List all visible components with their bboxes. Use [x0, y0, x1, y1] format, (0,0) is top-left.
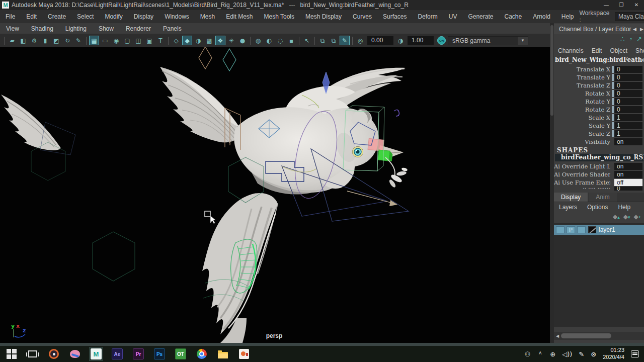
pen-input-icon[interactable]: ✎: [579, 350, 584, 358]
layer-horizontal-scrollbar[interactable]: ◀: [554, 332, 644, 340]
menu-uv[interactable]: UV: [443, 10, 463, 23]
premiere-button[interactable]: Pr: [132, 347, 145, 360]
menu-object[interactable]: Object: [606, 46, 631, 55]
chevron-up-icon[interactable]: ＾: [537, 349, 543, 358]
channel-value-field[interactable]: 0: [614, 82, 642, 89]
attr-value-field[interactable]: off: [614, 179, 642, 186]
lock-camera-icon[interactable]: ◧: [18, 36, 28, 45]
safe-title-icon[interactable]: T: [155, 36, 166, 45]
gamma-toggle[interactable]: ON: [437, 36, 446, 45]
close-badge-icon[interactable]: ⊗: [591, 350, 596, 358]
minimize-button[interactable]: —: [599, 0, 614, 10]
menu-generate[interactable]: Generate: [462, 10, 499, 23]
channel-value-field[interactable]: 1: [614, 130, 642, 137]
layer-display-toggle[interactable]: [577, 226, 586, 233]
safe-action-icon[interactable]: ▣: [144, 36, 154, 45]
menu-help[interactable]: Help: [556, 10, 580, 23]
move-layer-up-icon[interactable]: ◆▴: [613, 213, 620, 220]
isolate-select-icon[interactable]: ↖: [302, 36, 312, 45]
tab-display[interactable]: Display: [554, 193, 588, 202]
speed-state-icon[interactable]: ◔: [628, 35, 632, 43]
menu-channels[interactable]: Channels: [554, 46, 588, 55]
menu-select[interactable]: Select: [71, 10, 99, 23]
menu-edit-mesh[interactable]: Edit Mesh: [220, 10, 258, 23]
channel-value-field[interactable]: on: [614, 138, 642, 145]
after-effects-button[interactable]: Ae: [111, 347, 124, 360]
panel-next-icon[interactable]: ▶: [638, 27, 644, 32]
shadows-icon[interactable]: ●: [237, 36, 248, 45]
contrast-field[interactable]: 1.00: [408, 36, 434, 45]
layer-color-swatch[interactable]: [588, 226, 596, 233]
panel-menu-view[interactable]: View: [0, 25, 25, 32]
bookmark-icon[interactable]: ▮: [40, 36, 50, 45]
lighting-icon[interactable]: ☀: [226, 36, 236, 45]
channel-value-field[interactable]: 0: [614, 66, 642, 73]
maya-taskbar-button[interactable]: M: [90, 347, 103, 360]
tab-anim[interactable]: Anim: [589, 193, 616, 202]
menu-le-help[interactable]: Help: [613, 203, 635, 212]
exposure-icon[interactable]: ◎: [355, 36, 365, 45]
select-camera-icon[interactable]: ▰: [7, 36, 17, 45]
orbit-icon[interactable]: ↻: [62, 36, 72, 45]
recorder-app-button[interactable]: [47, 347, 60, 360]
people-icon[interactable]: ⚇: [525, 350, 531, 358]
ao-icon[interactable]: ◍: [253, 36, 263, 45]
chrome-button[interactable]: [195, 347, 208, 360]
panel-menu-lighting[interactable]: Lighting: [59, 25, 93, 32]
manipulator-icon[interactable]: ∴: [620, 35, 624, 43]
menu-modify[interactable]: Modify: [99, 10, 128, 23]
menu-edit[interactable]: Edit: [21, 10, 42, 23]
task-view-button[interactable]: [26, 347, 39, 360]
close-button[interactable]: ✕: [629, 0, 644, 10]
attr-value-field[interactable]: on: [614, 163, 642, 170]
file-explorer-button[interactable]: [216, 347, 229, 360]
contrast-icon[interactable]: ◑: [395, 36, 406, 45]
channel-value-field[interactable]: 0: [614, 74, 642, 81]
selected-node-name[interactable]: bird_New_Wing:birdFeather_wing··: [555, 56, 643, 63]
viewport-3d[interactable]: persp y x z: [0, 47, 550, 343]
scrollbar-thumb[interactable]: [550, 25, 553, 116]
panel-prev-icon[interactable]: ◀: [631, 27, 638, 32]
field-chart-icon[interactable]: ◫: [133, 36, 143, 45]
workspace-dropdown[interactable]: Maya Classic* ▼: [615, 12, 644, 21]
capture-app-button[interactable]: [237, 347, 251, 360]
shaded-icon[interactable]: ◆: [182, 36, 192, 45]
shape-node-row[interactable]: birdFeather_wing_co_RShapeDe··: [555, 154, 643, 161]
scroll-left-icon[interactable]: ◀: [554, 334, 561, 338]
textured-icon[interactable]: ▩: [204, 36, 214, 45]
menu-deform[interactable]: Deform: [412, 10, 443, 23]
paint-app-button[interactable]: [68, 347, 82, 360]
wireframe-on-shaded-icon[interactable]: ❖: [215, 36, 225, 45]
image-plane-icon[interactable]: ◩: [51, 36, 61, 45]
menu-mesh[interactable]: Mesh: [195, 10, 220, 23]
menu-options[interactable]: Options: [582, 203, 613, 212]
menu-mesh-tools[interactable]: Mesh Tools: [259, 10, 300, 23]
clock[interactable]: 01:23 2020/4/4: [603, 347, 624, 361]
grid-icon[interactable]: ▦: [89, 36, 99, 45]
menu-create[interactable]: Create: [42, 10, 71, 23]
motion-blur-icon[interactable]: ◐: [264, 36, 274, 45]
gate-mask-icon[interactable]: ▢: [122, 36, 132, 45]
action-center-icon[interactable]: [631, 350, 639, 357]
menu-cb-edit[interactable]: Edit: [588, 46, 606, 55]
menu-file[interactable]: File: [0, 10, 21, 23]
maximize-button[interactable]: ❐: [614, 0, 629, 10]
menu-windows[interactable]: Windows: [159, 10, 195, 23]
move-layer-down-icon[interactable]: ◆▾: [623, 213, 630, 220]
menu-display[interactable]: Display: [128, 10, 159, 23]
menu-curves[interactable]: Curves: [347, 10, 377, 23]
colorspace-dropdown[interactable]: sRGB gamma ▼: [448, 36, 528, 45]
menu-surfaces[interactable]: Surfaces: [377, 10, 412, 23]
channel-value-field[interactable]: 1: [614, 122, 642, 129]
layer-playback-toggle[interactable]: P: [567, 226, 575, 233]
layer-name[interactable]: layer1: [599, 226, 615, 233]
exposure-field[interactable]: 0.00: [367, 36, 393, 45]
dof-icon[interactable]: ▪: [286, 36, 296, 45]
add-layer-icon[interactable]: ◆+: [634, 213, 641, 220]
panel-menu-shading[interactable]: Shading: [25, 25, 59, 32]
layer-visibility-toggle[interactable]: [556, 226, 565, 233]
channel-value-field[interactable]: 0: [614, 90, 642, 97]
graph-icon[interactable]: ↗: [636, 35, 642, 43]
pane-layout-icon[interactable]: ⧉: [317, 36, 328, 45]
film-gate-icon[interactable]: ▭: [100, 36, 110, 45]
